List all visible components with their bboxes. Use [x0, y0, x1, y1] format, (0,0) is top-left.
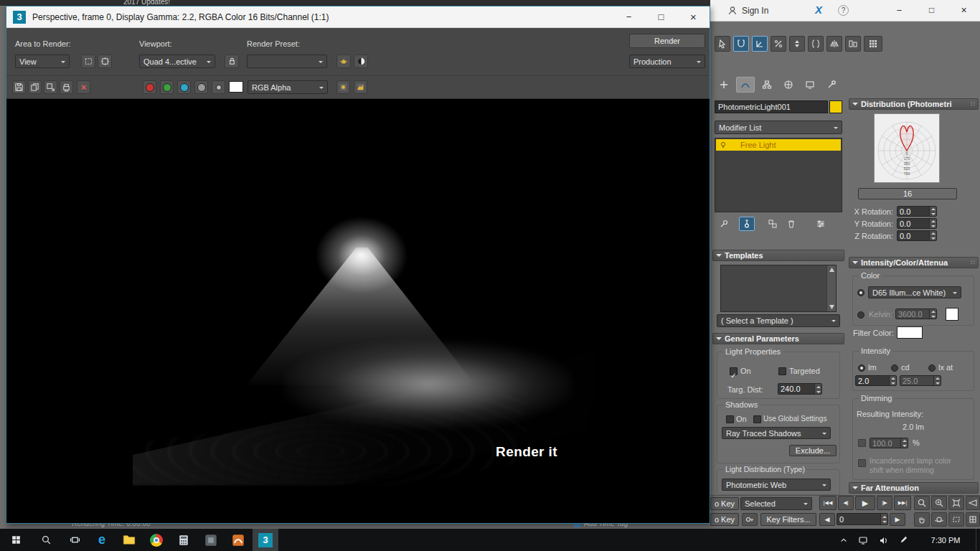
zoom-all-icon[interactable]: [931, 496, 947, 510]
color-correction-icon[interactable]: [354, 80, 367, 94]
unit-lx-radio[interactable]: [928, 364, 936, 372]
tab-motion[interactable]: [779, 77, 798, 93]
remove-modifier-icon[interactable]: [783, 217, 799, 231]
unit-cd-radio[interactable]: [891, 364, 898, 372]
incandescent-checkbox[interactable]: [858, 459, 866, 467]
select-and-manipulate-icon[interactable]: [715, 36, 730, 52]
color-preset-radio[interactable]: [857, 289, 864, 296]
monochrome-channel-icon[interactable]: [212, 80, 225, 94]
tab-display[interactable]: [801, 77, 819, 93]
light-on-checkbox[interactable]: ✓: [730, 367, 738, 375]
copy-image-icon[interactable]: [28, 80, 42, 94]
dimming-checkbox[interactable]: [858, 439, 866, 447]
rfw-maximize-button[interactable]: □: [645, 6, 677, 27]
channel-display-dropdown[interactable]: RGB Alpha: [248, 80, 328, 94]
area-to-render-dropdown[interactable]: View: [15, 55, 70, 68]
zoom-extents-icon[interactable]: [948, 496, 964, 510]
play-button[interactable]: ▶: [855, 496, 875, 510]
filter-color-swatch[interactable]: [897, 326, 923, 339]
taskbar-clock[interactable]: 7:30 PM: [918, 529, 973, 551]
minimize-button[interactable]: −: [883, 5, 915, 16]
targeted-checkbox[interactable]: [778, 367, 786, 375]
pin-stack-icon[interactable]: [716, 217, 732, 231]
rollout-templates[interactable]: Templates: [712, 250, 844, 261]
show-end-result-icon[interactable]: [739, 217, 755, 231]
use-global-checkbox[interactable]: [753, 415, 761, 423]
configure-modifier-sets-icon[interactable]: [812, 217, 829, 231]
shadow-type-dropdown[interactable]: Ray Traced Shadows: [722, 427, 831, 439]
tray-volume-button[interactable]: [874, 529, 892, 551]
shadow-on-checkbox[interactable]: [726, 415, 734, 423]
stack-item-free-light[interactable]: Free Light: [716, 139, 841, 151]
selection-set-dropdown[interactable]: Selected: [740, 497, 812, 510]
angle-snap-icon[interactable]: [752, 36, 768, 52]
environment-effects-icon[interactable]: [336, 80, 350, 94]
x-rotation-spinner[interactable]: 0.0: [897, 206, 937, 217]
taskbar-search-button[interactable]: [32, 529, 60, 551]
light-distribution-dropdown[interactable]: Photometric Web: [722, 479, 831, 491]
kelvin-radio[interactable]: [857, 311, 864, 319]
taskbar-chrome-button[interactable]: [143, 529, 169, 551]
alpha-channel-icon[interactable]: [194, 80, 208, 94]
tray-network-button[interactable]: [854, 529, 872, 551]
targ-dist-spinner[interactable]: 240.0: [778, 383, 822, 395]
current-frame-spinner[interactable]: 0: [837, 513, 888, 525]
modifier-stack[interactable]: Free Light: [715, 138, 842, 212]
maximize-button[interactable]: □: [915, 5, 948, 15]
dimming-spinner[interactable]: 100.0: [870, 438, 908, 448]
go-to-end-button[interactable]: ▶▶|: [894, 496, 911, 510]
color-preset-dropdown[interactable]: D65 Illum...ce White): [868, 286, 961, 298]
exclude-button[interactable]: Exclude...: [789, 445, 837, 456]
viewport-dropdown[interactable]: Quad 4...ective: [139, 55, 215, 68]
rollout-far-attenuation[interactable]: Far Attenuation: [849, 482, 979, 494]
tab-utilities[interactable]: [822, 77, 841, 93]
taskbar-3dsmax-button[interactable]: 3: [253, 529, 278, 551]
render-setup-icon[interactable]: [336, 55, 351, 68]
tray-expand-button[interactable]: [835, 529, 852, 551]
help-icon[interactable]: ?: [838, 5, 849, 16]
tab-create[interactable]: [715, 77, 733, 93]
green-channel-icon[interactable]: [160, 80, 174, 94]
previous-key-button[interactable]: ◀: [819, 513, 835, 526]
rfw-minimize-button[interactable]: −: [613, 6, 645, 27]
clear-image-icon[interactable]: ×: [77, 80, 90, 94]
template-select-dropdown[interactable]: ( Select a Template ): [717, 314, 840, 327]
render-button[interactable]: Render: [629, 34, 705, 48]
set-key-mode-icon[interactable]: [742, 513, 758, 526]
templates-listbox[interactable]: [720, 265, 837, 312]
rfw-close-button[interactable]: ×: [677, 6, 710, 27]
rollout-distribution[interactable]: Distribution (Photometri∷: [849, 98, 979, 110]
intensity-value-spinner[interactable]: 2.0: [855, 375, 897, 386]
templates-scrollbar[interactable]: [826, 265, 836, 311]
set-key-button[interactable]: o Key: [710, 513, 739, 526]
named-selection-sets-icon[interactable]: [808, 36, 824, 52]
sign-in-link[interactable]: Sign In: [742, 6, 768, 16]
taskbar-edge-button[interactable]: e: [89, 529, 115, 551]
unit-lm-radio[interactable]: [858, 364, 865, 372]
start-button[interactable]: [0, 529, 32, 551]
mirror-icon[interactable]: [826, 36, 842, 52]
task-view-button[interactable]: [60, 529, 89, 551]
rollout-general-parameters[interactable]: General Parameters: [712, 333, 844, 344]
viewport-lock-icon[interactable]: [225, 55, 239, 68]
print-image-icon[interactable]: [60, 80, 73, 94]
zoom-region-icon[interactable]: [948, 512, 964, 527]
spinner-snap-icon[interactable]: [789, 36, 805, 52]
background-color-swatch[interactable]: [229, 81, 243, 93]
next-frame-button[interactable]: |▶: [877, 496, 892, 510]
render-target-dropdown[interactable]: Production: [629, 55, 705, 68]
web-file-button[interactable]: 16: [858, 188, 957, 199]
maximize-viewport-toggle-icon[interactable]: [966, 512, 980, 527]
snaps-toggle-icon[interactable]: [733, 36, 749, 52]
auto-key-button[interactable]: o Key: [710, 497, 739, 510]
rfw-titlebar[interactable]: 3 Perspective, frame 0, Display Gamma: 2…: [6, 6, 710, 28]
zoom-icon[interactable]: [914, 496, 930, 510]
red-channel-icon[interactable]: [143, 80, 156, 94]
show-desktop-button[interactable]: [976, 529, 980, 551]
clone-window-icon[interactable]: [44, 80, 57, 94]
save-image-icon[interactable]: [12, 80, 26, 94]
exposure-control-icon[interactable]: [354, 55, 368, 68]
field-of-view-icon[interactable]: [966, 496, 980, 510]
tray-pen-button[interactable]: [894, 529, 913, 551]
align-icon[interactable]: [845, 36, 861, 52]
